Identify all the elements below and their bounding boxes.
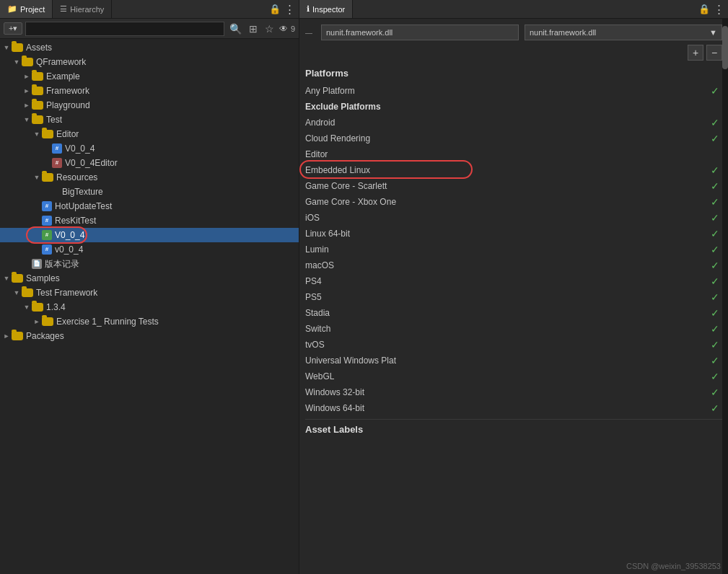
platforms-title: Platforms xyxy=(305,68,722,79)
folder-example-icon xyxy=(32,72,43,81)
platform-row-macos: macOS ✓ xyxy=(305,257,722,273)
platform-check-editor[interactable]: ✓ xyxy=(708,149,722,160)
tree-item-v004-cs[interactable]: # V0_0_4 xyxy=(0,141,299,156)
ref-name-input[interactable] xyxy=(321,25,519,40)
eye-count: 9 xyxy=(291,25,295,33)
tree-item-qframework[interactable]: QFramework xyxy=(0,55,299,69)
tree-item-v004-lower[interactable]: # v0_0_4 xyxy=(0,242,299,257)
tree-item-playground[interactable]: Playground xyxy=(0,98,299,112)
platform-row-gamexboxone: Game Core - Xbox One ✓ xyxy=(305,194,722,210)
add-button[interactable]: +▾ xyxy=(4,22,22,35)
tree-item-v004-selected[interactable]: # V0_0_4 xyxy=(0,228,299,242)
cs-icon-v004editor: # xyxy=(52,158,62,168)
platform-check-android[interactable]: ✓ xyxy=(708,117,722,128)
arrow-samples xyxy=(1,275,12,282)
dropdown-arrow-icon: ▼ xyxy=(709,28,717,37)
tree-item-framework[interactable]: Framework xyxy=(0,84,299,98)
more-icon-right[interactable]: ⋮ xyxy=(714,3,724,16)
platform-name-ps4: PS4 xyxy=(305,276,708,286)
platform-check-uwp[interactable]: ✓ xyxy=(708,355,722,366)
right-tab-bar: ℹ Inspector 🔒 ⋮ xyxy=(299,0,728,19)
assembly-refs-section: — nunit.framework.dll ▼ + − xyxy=(305,25,722,61)
label-hotupdatetest: HotUpdateTest xyxy=(55,201,112,211)
folder-icon: 📁 xyxy=(7,4,17,14)
arrow-resources xyxy=(32,174,42,181)
platform-name-ios: iOS xyxy=(305,213,708,223)
platform-row-ps4: PS4 ✓ xyxy=(305,273,722,289)
platform-check-linux64[interactable]: ✓ xyxy=(708,228,722,239)
tree-item-134[interactable]: 1.3.4 xyxy=(0,300,299,314)
platform-check-switch[interactable]: ✓ xyxy=(708,323,722,335)
any-platform-check[interactable]: ✓ xyxy=(708,85,722,97)
platform-check-macos[interactable]: ✓ xyxy=(708,260,722,271)
tree-item-exercise1[interactable]: Exercise 1_ Running Tests xyxy=(0,314,299,329)
info-icon: ℹ xyxy=(307,4,310,14)
platform-check-gamescarlett[interactable]: ✓ xyxy=(708,180,722,192)
more-icon[interactable]: ⋮ xyxy=(284,3,295,16)
folder-testframework-icon xyxy=(22,288,33,297)
platform-check-stadia[interactable]: ✓ xyxy=(708,307,722,319)
lock-icon[interactable]: 🔒 xyxy=(269,4,281,14)
platform-check-win32[interactable]: ✓ xyxy=(708,387,722,398)
scrollbar-thumb[interactable] xyxy=(722,26,728,69)
tab-hierarchy[interactable]: ☰ Hierarchy xyxy=(53,0,112,18)
platform-check-lumin[interactable]: ✓ xyxy=(708,244,722,255)
tree-item-samples[interactable]: Samples xyxy=(0,271,299,286)
ref-minus-icon: — xyxy=(305,29,312,37)
platform-row-embedded: Embedded Linux ✓ xyxy=(305,162,722,178)
folder-framework-icon xyxy=(32,87,43,95)
arrow-playground xyxy=(22,102,32,109)
filter-icon-btn[interactable]: ⊞ xyxy=(247,22,260,35)
platform-name-webgl: WebGL xyxy=(305,371,708,381)
tab-project[interactable]: 📁 Project xyxy=(0,0,53,18)
platform-check-ps5[interactable]: ✓ xyxy=(708,291,722,303)
tree-item-hotupdatetest[interactable]: # HotUpdateTest xyxy=(0,199,299,213)
tree-item-packages[interactable]: Packages xyxy=(0,329,299,343)
platform-check-tvos[interactable]: ✓ xyxy=(708,339,722,350)
platform-check-embedded[interactable]: ✓ xyxy=(708,164,722,176)
arrow-testframework xyxy=(12,289,22,296)
platform-check-webgl[interactable]: ✓ xyxy=(708,371,722,382)
tab-inspector[interactable]: ℹ Inspector xyxy=(299,0,353,18)
platform-check-ps4[interactable]: ✓ xyxy=(708,275,722,287)
right-tab-actions: 🔒 ⋮ xyxy=(698,0,728,18)
label-framework: Framework xyxy=(46,86,89,96)
arrow-editor xyxy=(32,131,42,138)
lock-icon-right[interactable]: 🔒 xyxy=(698,4,710,14)
arrow-packages xyxy=(1,332,12,340)
tree-item-reskittest[interactable]: # ResKitTest xyxy=(0,213,299,228)
remove-ref-button[interactable]: − xyxy=(706,45,722,61)
platform-name-win64: Windows 64-bit xyxy=(305,403,708,413)
tree-item-example[interactable]: Example xyxy=(0,69,299,84)
arrow-qframework xyxy=(12,58,22,66)
search-icon-btn[interactable]: 🔍 xyxy=(227,22,244,35)
platform-row-gamescarlett: Game Core - Scarlett ✓ xyxy=(305,178,722,194)
label-testframework: Test Framework xyxy=(36,288,97,298)
exclude-platforms-label: Exclude Platforms xyxy=(305,102,722,112)
platform-name-linux64: Linux 64-bit xyxy=(305,229,708,239)
tree-item-test[interactable]: Test xyxy=(0,112,299,127)
tree-item-testframework[interactable]: Test Framework xyxy=(0,286,299,300)
tree-item-editor[interactable]: Editor xyxy=(0,127,299,141)
file-tree: Assets QFramework Example Framework xyxy=(0,39,299,574)
platform-check-cloud[interactable]: ✓ xyxy=(708,133,722,144)
platform-check-ios[interactable]: ✓ xyxy=(708,212,722,224)
tree-item-assets[interactable]: Assets xyxy=(0,40,299,55)
ref-dropdown[interactable]: nunit.framework.dll ▼ xyxy=(525,25,722,40)
label-playground: Playground xyxy=(46,100,90,110)
right-scrollbar[interactable] xyxy=(722,19,728,574)
platform-name-switch: Switch xyxy=(305,324,708,334)
platform-name-gamescarlett: Game Core - Scarlett xyxy=(305,181,708,191)
tree-item-versionlog[interactable]: 📄 版本记录 xyxy=(0,257,299,271)
tree-item-bigtexture[interactable]: BigTexture xyxy=(0,185,299,199)
search-input[interactable] xyxy=(25,22,224,36)
add-ref-button[interactable]: + xyxy=(688,45,703,61)
tree-item-v004editor[interactable]: # V0_0_4Editor xyxy=(0,156,299,170)
label-samples: Samples xyxy=(26,273,60,283)
star-icon-btn[interactable]: ☆ xyxy=(263,22,276,35)
platform-name-embedded: Embedded Linux xyxy=(305,165,708,175)
tree-item-resources[interactable]: Resources xyxy=(0,170,299,185)
platform-check-gamexboxone[interactable]: ✓ xyxy=(708,196,722,208)
platform-check-win64[interactable]: ✓ xyxy=(708,402,722,414)
platform-name-win32: Windows 32-bit xyxy=(305,387,708,397)
